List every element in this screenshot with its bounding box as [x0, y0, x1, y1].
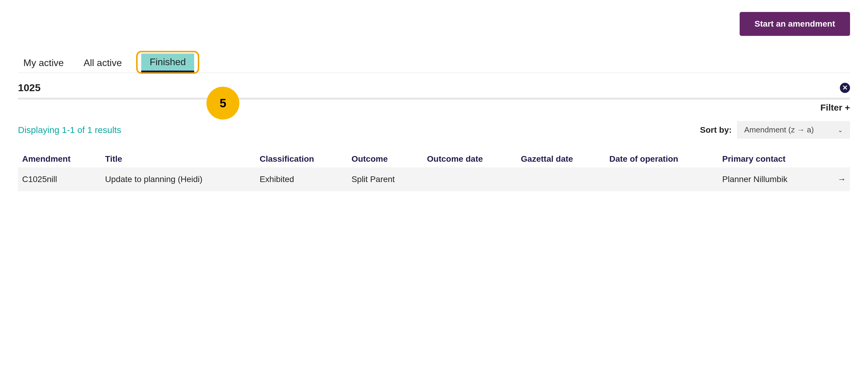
start-amendment-button[interactable]: Start an amendment	[740, 12, 850, 36]
cell-outcome-date	[423, 167, 517, 191]
col-date-of-operation: Date of operation	[605, 151, 718, 167]
page-container: 5 Start an amendment My active All activ…	[18, 12, 850, 191]
arrow-right-icon: →	[837, 175, 846, 184]
cell-outcome: Split Parent	[347, 167, 423, 191]
col-primary-contact: Primary contact	[718, 151, 826, 167]
annotation-highlight: Finished	[136, 51, 199, 74]
cell-date-of-operation	[605, 167, 718, 191]
cell-amendment: C1025nill	[18, 167, 101, 191]
tab-finished[interactable]: Finished	[141, 54, 194, 72]
tab-all-active[interactable]: All active	[78, 55, 127, 73]
col-title: Title	[101, 151, 255, 167]
col-outcome-date: Outcome date	[423, 151, 517, 167]
tabs: My active All active Finished	[18, 51, 850, 73]
col-amendment: Amendment	[18, 151, 101, 167]
col-action	[826, 151, 850, 167]
filter-row: Filter +	[18, 103, 850, 113]
col-gazettal-date: Gazettal date	[517, 151, 605, 167]
filter-toggle[interactable]: Filter +	[820, 103, 850, 113]
results-sort-row: Displaying 1-1 of 1 results Sort by: Ame…	[18, 121, 850, 139]
cell-classification: Exhibited	[255, 167, 347, 191]
results-table: Amendment Title Classification Outcome O…	[18, 151, 850, 191]
search-input[interactable]	[18, 82, 840, 94]
col-classification: Classification	[255, 151, 347, 167]
top-action-bar: Start an amendment	[18, 12, 850, 36]
annotation-step-number: 5	[220, 97, 226, 110]
close-icon: ✕	[842, 84, 848, 92]
sort-select[interactable]: Amendment (z → a) ⌄	[737, 121, 850, 139]
sort-group: Sort by: Amendment (z → a) ⌄	[700, 121, 850, 139]
sort-selected-value: Amendment (z → a)	[744, 125, 814, 135]
search-row: ✕	[18, 79, 850, 100]
cell-title: Update to planning (Heidi)	[101, 167, 255, 191]
table-row[interactable]: C1025nill Update to planning (Heidi) Exh…	[18, 167, 850, 191]
tab-my-active[interactable]: My active	[18, 55, 69, 73]
cell-primary-contact: Planner Nillumbik	[718, 167, 826, 191]
table-header-row: Amendment Title Classification Outcome O…	[18, 151, 850, 167]
annotation-step-badge: 5	[207, 87, 239, 119]
clear-search-button[interactable]: ✕	[840, 83, 850, 93]
results-summary: Displaying 1-1 of 1 results	[18, 125, 121, 135]
chevron-down-icon: ⌄	[838, 127, 843, 134]
sort-label: Sort by:	[700, 125, 732, 135]
cell-gazettal-date	[517, 167, 605, 191]
col-outcome: Outcome	[347, 151, 423, 167]
open-row-button[interactable]: →	[826, 167, 850, 191]
